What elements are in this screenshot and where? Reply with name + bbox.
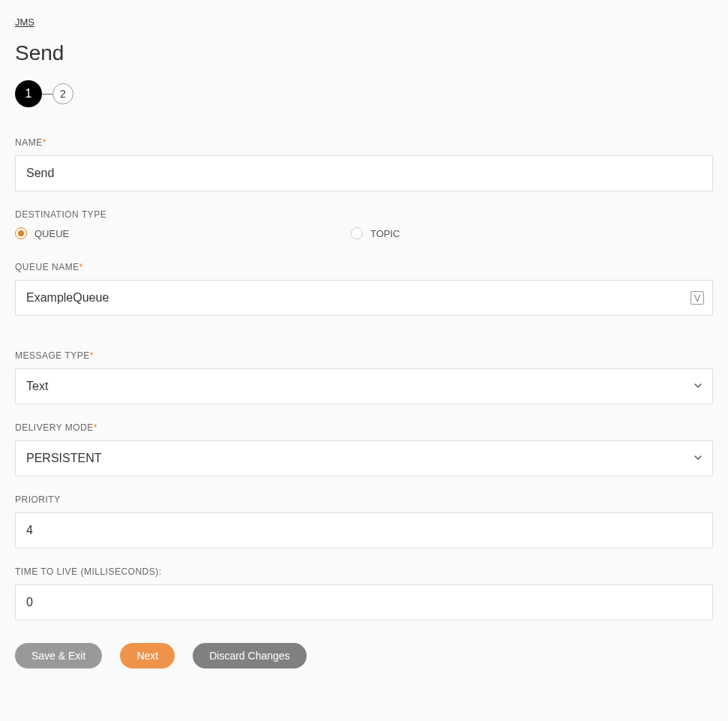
ttl-input[interactable] — [15, 584, 713, 620]
destination-type-label: DESTINATION TYPE — [15, 209, 713, 220]
name-label: NAME* — [15, 137, 713, 148]
radio-queue[interactable]: QUEUE — [15, 227, 351, 239]
stepper: 1 2 — [15, 80, 713, 107]
radio-label-queue: QUEUE — [34, 228, 69, 239]
required-star: * — [94, 422, 97, 433]
priority-label: PRIORITY — [15, 494, 713, 505]
destination-type-radio-group: QUEUE TOPIC — [15, 227, 713, 239]
step-2[interactable]: 2 — [52, 83, 73, 104]
page-title: Send — [15, 41, 713, 65]
button-row: Save & Exit Next Discard Changes — [15, 643, 713, 668]
step-connector — [42, 94, 52, 95]
next-button[interactable]: Next — [120, 643, 175, 668]
required-star: * — [43, 137, 46, 148]
message-type-select[interactable]: Text — [15, 368, 713, 404]
save-exit-button[interactable]: Save & Exit — [15, 643, 102, 668]
queue-name-label: QUEUE NAME* — [15, 262, 713, 272]
radio-dot — [18, 230, 24, 236]
name-input[interactable] — [15, 155, 713, 191]
delivery-mode-label: DELIVERY MODE* — [15, 422, 713, 433]
radio-topic[interactable]: TOPIC — [351, 227, 400, 239]
radio-label-topic: TOPIC — [370, 228, 400, 239]
delivery-mode-select[interactable]: PERSISTENT — [15, 440, 713, 476]
discard-button[interactable]: Discard Changes — [193, 643, 306, 668]
priority-input[interactable] — [15, 512, 713, 548]
variable-picker-icon[interactable]: V — [691, 291, 704, 305]
step-1[interactable]: 1 — [15, 80, 42, 107]
required-star: * — [79, 262, 83, 272]
queue-name-input[interactable] — [15, 280, 713, 316]
breadcrumb-jms[interactable]: JMS — [15, 17, 34, 28]
radio-circle-queue — [15, 227, 27, 239]
radio-circle-topic — [351, 227, 363, 239]
ttl-label: TIME TO LIVE (MILLISECONDS): — [15, 566, 713, 577]
message-type-label: MESSAGE TYPE* — [15, 350, 713, 361]
required-star: * — [90, 350, 94, 361]
